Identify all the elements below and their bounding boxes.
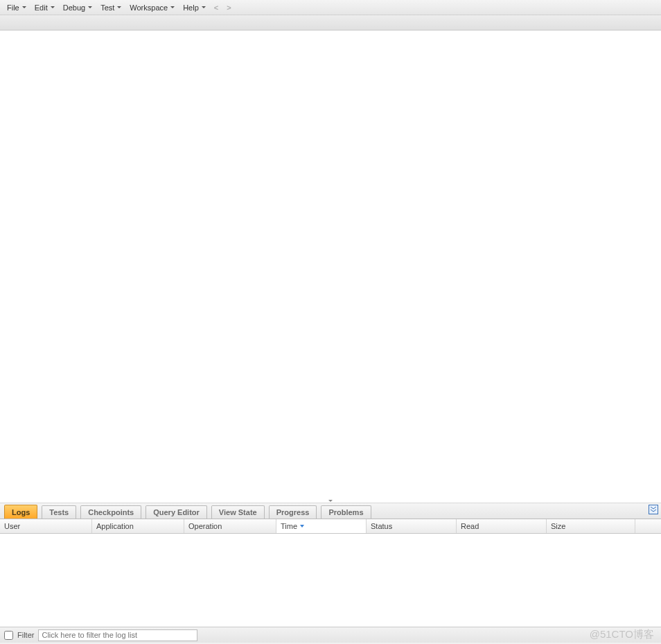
log-grid-header: User Application Operation Time Status R…: [0, 519, 661, 534]
menu-label: Debug: [63, 3, 85, 12]
log-grid-body[interactable]: [0, 534, 661, 627]
filter-label: Filter: [17, 631, 34, 639]
nav-forward-button[interactable]: >: [222, 3, 235, 12]
chevron-down-icon: [170, 6, 175, 8]
toolbar-strip: [0, 15, 661, 31]
column-header-application[interactable]: Application: [92, 519, 184, 533]
menu-bar: File Edit Debug Test Workspace Help < >: [0, 0, 661, 15]
tab-query-editor[interactable]: Query Editor: [146, 505, 207, 519]
nav-back-button[interactable]: <: [210, 3, 222, 12]
menu-test[interactable]: Test: [96, 0, 125, 15]
editor-area: [0, 31, 661, 503]
tab-checkpoints[interactable]: Checkpoints: [80, 505, 141, 519]
column-header-operation[interactable]: Operation: [184, 519, 276, 533]
tab-label: Progress: [276, 508, 310, 516]
column-header-read[interactable]: Read: [457, 519, 547, 533]
column-label: Status: [371, 522, 392, 530]
column-header-time[interactable]: Time: [276, 519, 367, 533]
menu-file[interactable]: File: [3, 0, 30, 15]
tab-problems[interactable]: Problems: [321, 505, 371, 519]
tab-progress[interactable]: Progress: [269, 505, 317, 519]
chevron-down-icon: [328, 500, 333, 502]
column-label: Application: [96, 522, 134, 530]
sort-desc-icon: [300, 525, 304, 528]
menu-label: File: [7, 3, 19, 12]
column-label: Size: [551, 522, 565, 530]
tab-label: Checkpoints: [88, 508, 134, 516]
menu-help[interactable]: Help: [179, 0, 210, 15]
menu-label: Edit: [35, 3, 48, 12]
chevrons-down-icon: [651, 507, 656, 512]
chevron-down-icon: [22, 6, 26, 8]
splitter-handle[interactable]: [320, 498, 341, 503]
menu-label: Help: [183, 3, 199, 12]
filter-bar: Filter: [0, 627, 661, 643]
column-header-status[interactable]: Status: [367, 519, 457, 533]
menu-label: Workspace: [130, 3, 168, 12]
filter-checkbox[interactable]: [4, 631, 13, 640]
menu-workspace[interactable]: Workspace: [125, 0, 179, 15]
column-header-spacer: [635, 519, 661, 533]
chevron-down-icon: [51, 6, 55, 8]
chevron-down-icon: [88, 6, 92, 8]
menu-debug[interactable]: Debug: [59, 0, 96, 15]
tab-tests[interactable]: Tests: [42, 505, 76, 519]
bottom-panel-tabs: Logs Tests Checkpoints Query Editor View…: [0, 503, 661, 519]
chevron-down-icon: [202, 6, 206, 8]
tab-label: Tests: [49, 508, 69, 516]
filter-input[interactable]: [38, 629, 197, 641]
tab-label: Query Editor: [153, 508, 200, 516]
column-header-size[interactable]: Size: [547, 519, 635, 533]
chevron-down-icon: [117, 6, 121, 8]
tab-logs[interactable]: Logs: [4, 505, 37, 519]
column-label: User: [4, 522, 20, 530]
column-label: Time: [281, 522, 297, 530]
tab-view-state[interactable]: View State: [211, 505, 265, 519]
column-header-user[interactable]: User: [0, 519, 92, 533]
tab-label: Logs: [12, 508, 30, 516]
tab-label: Problems: [328, 508, 363, 516]
panel-expand-button[interactable]: [649, 505, 658, 514]
menu-label: Test: [100, 3, 114, 12]
column-label: Read: [461, 522, 479, 530]
tab-label: View State: [219, 508, 257, 516]
column-label: Operation: [188, 522, 222, 530]
menu-edit[interactable]: Edit: [30, 0, 59, 15]
